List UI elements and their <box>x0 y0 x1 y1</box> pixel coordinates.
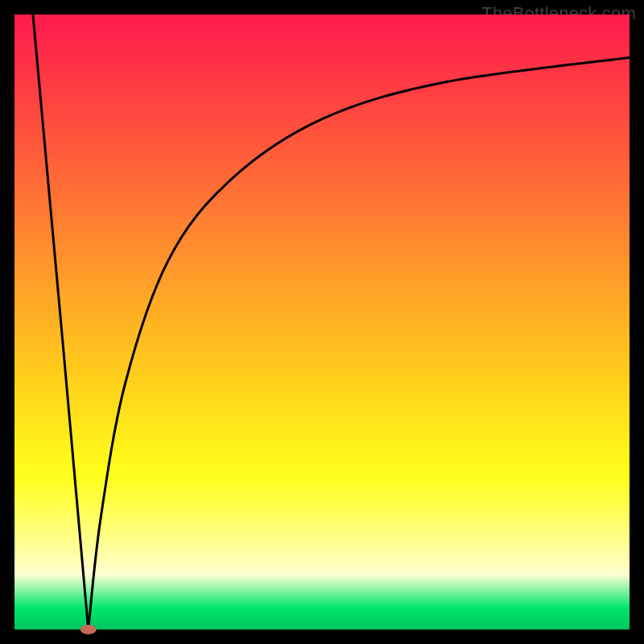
curve-right-branch <box>89 57 630 630</box>
minimum-marker <box>80 625 97 634</box>
plot-area <box>14 14 630 630</box>
chart-container: TheBottleneck.com <box>0 0 644 644</box>
curve-group <box>33 14 630 634</box>
curve-left-branch <box>33 14 89 630</box>
curve-svg <box>14 14 630 630</box>
